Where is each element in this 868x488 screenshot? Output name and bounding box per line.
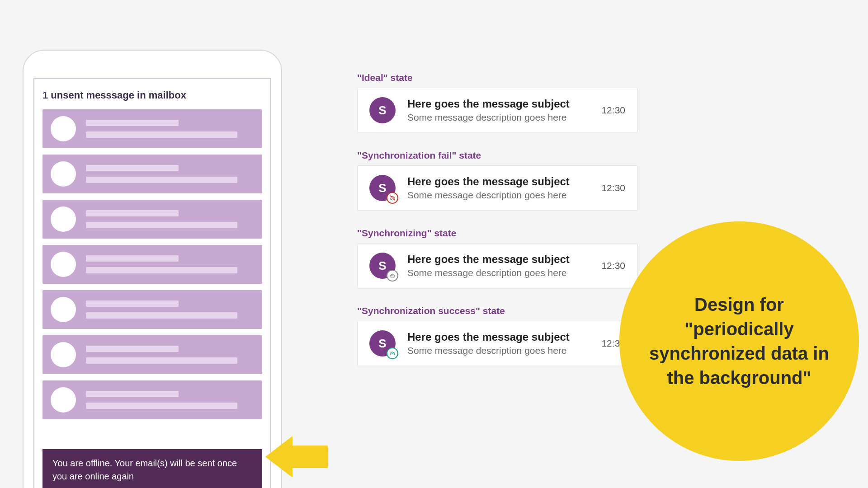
unsent-count-label: 1 unsent messsage in mailbox — [42, 89, 262, 101]
arrow-icon — [265, 436, 328, 478]
list-item — [42, 155, 262, 193]
avatar: S — [369, 175, 396, 201]
state-label: "Synchronization success" state — [357, 305, 637, 316]
avatar: S — [369, 253, 396, 279]
message-card[interactable]: S Here goes the message subject Some mes… — [357, 243, 637, 288]
offline-toast-text: You are offline. Your email(s) will be s… — [52, 457, 252, 483]
avatar-initial: S — [369, 97, 396, 123]
cloud-off-icon — [387, 192, 398, 204]
state-examples: "Ideal" state S Here goes the message su… — [357, 72, 637, 366]
message-time: 12:30 — [601, 183, 625, 193]
callout-text: Design for "periodically synchronized da… — [646, 292, 832, 390]
message-subject: Here goes the message subject — [407, 253, 585, 266]
message-subject: Here goes the message subject — [407, 175, 585, 188]
list-item — [42, 109, 262, 148]
list-item — [42, 290, 262, 329]
list-item — [42, 335, 262, 374]
list-item — [42, 200, 262, 239]
message-card[interactable]: S Here goes the message subject Some mes… — [357, 321, 637, 366]
message-time: 12:30 — [601, 260, 625, 271]
state-label: "Synchronization fail" state — [357, 150, 637, 161]
avatar: S — [369, 330, 396, 357]
cloud-sync-icon — [387, 270, 398, 282]
phone-mockup: 1 unsent messsage in mailbox You are off… — [23, 50, 282, 488]
state-label: "Ideal" state — [357, 72, 637, 83]
message-description: Some message description goes here — [407, 112, 585, 123]
message-list-skeleton — [42, 109, 262, 419]
state-sync-fail: "Synchronization fail" state S Here goes… — [357, 150, 637, 211]
phone-screen: 1 unsent messsage in mailbox You are off… — [33, 78, 271, 488]
message-card[interactable]: S Here goes the message subject Some mes… — [357, 88, 637, 133]
list-item — [42, 380, 262, 419]
message-subject: Here goes the message subject — [407, 331, 585, 343]
offline-toast: You are offline. Your email(s) will be s… — [42, 449, 262, 488]
callout-bubble: Design for "periodically synchronized da… — [619, 221, 859, 461]
message-description: Some message description goes here — [407, 345, 585, 356]
state-syncing: "Synchronizing" state S Here goes the me… — [357, 228, 637, 288]
state-sync-success: "Synchronization success" state S Here g… — [357, 305, 637, 366]
state-ideal: "Ideal" state S Here goes the message su… — [357, 72, 637, 133]
message-card[interactable]: S Here goes the message subject Some mes… — [357, 165, 637, 211]
message-time: 12:30 — [601, 105, 625, 116]
message-subject: Here goes the message subject — [407, 98, 585, 110]
state-label: "Synchronizing" state — [357, 228, 637, 239]
list-item — [42, 245, 262, 284]
avatar: S — [369, 97, 396, 123]
message-description: Some message description goes here — [407, 190, 585, 201]
message-description: Some message description goes here — [407, 267, 585, 278]
cloud-done-icon — [387, 347, 398, 359]
